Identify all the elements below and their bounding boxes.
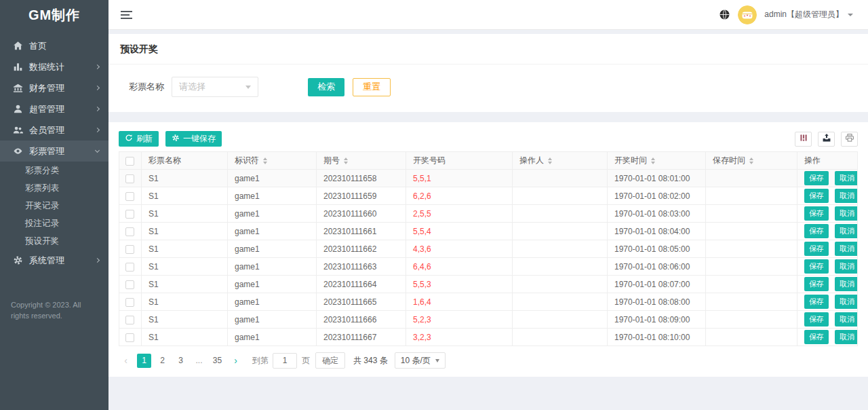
cell-name: S1 — [142, 311, 228, 329]
globe-icon[interactable] — [719, 9, 730, 20]
cell-operator — [513, 240, 608, 258]
row-checkbox[interactable] — [125, 298, 134, 307]
cell-period: 202310111663 — [317, 258, 406, 276]
page-number-2[interactable]: 2 — [155, 354, 170, 368]
sidebar-subitem-2[interactable]: 开奖记录 — [0, 197, 108, 215]
save-row-button[interactable]: 保存 — [804, 242, 829, 256]
next-page-button[interactable]: › — [229, 354, 243, 368]
sidebar-item-5[interactable]: 彩票管理 — [0, 141, 108, 162]
search-button[interactable]: 检索 — [308, 78, 344, 96]
cancel-row-button[interactable]: 取消 — [835, 189, 858, 203]
sidebar-subitem-3[interactable]: 投注记录 — [0, 215, 108, 232]
cancel-row-button[interactable]: 取消 — [835, 242, 858, 256]
sort-icon[interactable] — [344, 157, 348, 164]
sidebar-item-0[interactable]: 首页 — [0, 35, 108, 56]
cancel-row-button[interactable]: 取消 — [835, 206, 858, 221]
page-number-1[interactable]: 1 — [137, 354, 151, 368]
cancel-row-button[interactable]: 取消 — [835, 224, 858, 238]
select-all-checkbox[interactable] — [125, 157, 134, 166]
table-body: S1game12023101116585,5,11970-01-01 08:01… — [119, 170, 858, 346]
cell-period: 202310111660 — [317, 205, 406, 223]
sidebar-item-1[interactable]: 数据统计 — [0, 56, 108, 77]
row-checkbox[interactable] — [125, 192, 134, 201]
print-button[interactable] — [841, 132, 858, 147]
row-checkbox[interactable] — [125, 316, 134, 324]
columns-filter-button[interactable] — [795, 132, 812, 147]
cancel-row-button[interactable]: 取消 — [835, 259, 858, 274]
sort-icon[interactable] — [263, 157, 267, 164]
jump-page-input[interactable] — [273, 353, 297, 369]
page-title: 预设开奖 — [108, 34, 868, 64]
save-row-button[interactable]: 保存 — [804, 312, 829, 327]
user-menu[interactable]: admin【超级管理员】 — [764, 9, 853, 20]
table-row: S1game12023101116651,6,41970-01-01 08:08… — [119, 293, 858, 311]
jump-suffix-label: 页 — [302, 355, 310, 367]
sidebar-item-3[interactable]: 超管管理 — [0, 98, 108, 119]
cell-operator — [513, 170, 608, 187]
chart-icon — [13, 62, 23, 72]
column-label: 彩票名称 — [149, 155, 181, 165]
sort-icon[interactable] — [651, 157, 655, 164]
lottery-name-select[interactable]: 请选择 — [172, 77, 258, 97]
page-number-35[interactable]: 35 — [210, 354, 224, 368]
save-row-button[interactable]: 保存 — [804, 206, 829, 221]
save-row-button[interactable]: 保存 — [804, 330, 829, 344]
save-row-button[interactable]: 保存 — [804, 224, 829, 238]
cell-draw_time: 1970-01-01 08:03:00 — [608, 205, 706, 223]
row-checkbox[interactable] — [125, 263, 134, 272]
sidebar-item-2[interactable]: 财务管理 — [0, 77, 108, 98]
refresh-button[interactable]: 刷新 — [119, 131, 159, 147]
sort-icon[interactable] — [548, 157, 552, 164]
page-size-select[interactable]: 10 条/页 — [395, 352, 446, 369]
table-row: S1game12023101116585,5,11970-01-01 08:01… — [119, 170, 858, 187]
cancel-row-button[interactable]: 取消 — [835, 171, 858, 185]
page-number-3[interactable]: 3 — [174, 354, 188, 368]
table-card: 刷新 一键保存 彩票名称标识符期号开奖号码操作人开奖时间保存时间操作 S1gam… — [108, 122, 868, 377]
save-row-button[interactable]: 保存 — [804, 295, 829, 309]
cell-draw_time: 1970-01-01 08:06:00 — [608, 258, 706, 276]
cancel-row-button[interactable]: 取消 — [835, 295, 858, 309]
cell-select — [119, 240, 142, 258]
gear-icon — [13, 255, 23, 265]
cancel-row-button[interactable]: 取消 — [835, 312, 858, 327]
cell-select — [119, 170, 142, 187]
reset-button[interactable]: 重置 — [353, 78, 391, 96]
row-checkbox[interactable] — [125, 280, 134, 289]
sidebar-item-4[interactable]: 会员管理 — [0, 119, 108, 141]
prev-page-button[interactable]: ‹ — [119, 354, 133, 368]
cell-identifier: game1 — [228, 276, 317, 293]
cell-period: 202310111659 — [317, 187, 406, 205]
sidebar-subitem-1[interactable]: 彩票列表 — [0, 179, 108, 197]
save-all-button[interactable]: 一键保存 — [165, 131, 222, 147]
column-label: 开奖号码 — [413, 155, 446, 165]
sort-desc-icon — [344, 162, 348, 164]
row-checkbox[interactable] — [125, 210, 134, 219]
save-row-button[interactable]: 保存 — [804, 259, 829, 274]
filter-card: 预设开奖 彩票名称 请选择 检索 重置 — [108, 34, 868, 112]
cancel-row-button[interactable]: 取消 — [835, 330, 858, 344]
sidebar-item-6[interactable]: 系统管理 — [0, 250, 108, 271]
row-checkbox[interactable] — [125, 174, 134, 183]
row-checkbox[interactable] — [125, 245, 134, 254]
cell-name: S1 — [142, 223, 228, 240]
column-header-actions: 操作 — [797, 152, 858, 170]
export-button[interactable] — [818, 132, 835, 147]
sidebar-toggle-hamburger-icon[interactable] — [121, 9, 132, 21]
cell-select — [119, 258, 142, 276]
chevron-right-icon — [95, 64, 100, 69]
save-row-button[interactable]: 保存 — [804, 171, 829, 185]
save-row-button[interactable]: 保存 — [804, 189, 829, 203]
sidebar-subitem-4[interactable]: 预设开奖 — [0, 232, 108, 250]
save-all-label: 一键保存 — [183, 133, 216, 145]
save-row-button[interactable]: 保存 — [804, 277, 829, 291]
row-checkbox[interactable] — [125, 333, 134, 342]
avatar[interactable] — [738, 5, 757, 24]
sidebar-item-label: 超管管理 — [29, 103, 64, 115]
sort-icon[interactable] — [749, 157, 753, 164]
sidebar-subitem-0[interactable]: 彩票分类 — [0, 162, 108, 179]
cell-actions: 保存取消 — [797, 258, 858, 276]
jump-confirm-button[interactable]: 确定 — [315, 352, 345, 369]
refresh-label: 刷新 — [136, 133, 153, 145]
row-checkbox[interactable] — [125, 227, 134, 236]
cancel-row-button[interactable]: 取消 — [835, 277, 858, 291]
